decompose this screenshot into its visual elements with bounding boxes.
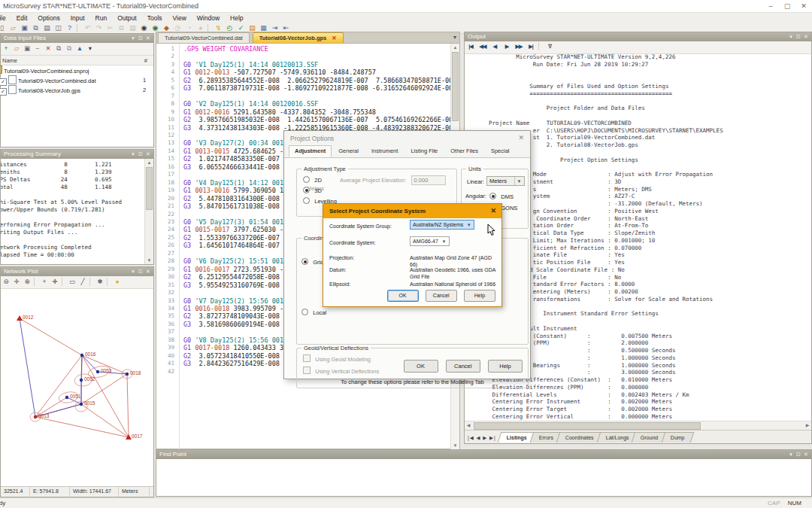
radio-2d[interactable] (303, 176, 310, 183)
more-options-icon[interactable]: ▾ (85, 44, 95, 53)
minimize-button[interactable]: – (762, 0, 779, 12)
dialog-tab-listingfile[interactable]: Listing File (404, 145, 444, 157)
project-row[interactable]: Tutorial09-VectorCombined.snproj (0, 65, 153, 75)
print-icon[interactable]: ▤ (41, 23, 53, 32)
panel-menu-icon[interactable]: ▾ (129, 34, 137, 43)
panel-close-icon[interactable]: ✕ (144, 34, 152, 43)
output-tab-dump[interactable]: Dump (662, 432, 694, 443)
chevron-down-icon[interactable]: ▼ (440, 237, 448, 245)
dialog-tab-instrument[interactable]: Instrument (365, 145, 404, 157)
copy-file-icon[interactable]: ⧉ (64, 44, 74, 53)
radio-3d[interactable] (303, 187, 310, 193)
dialog-close-icon[interactable]: ✕ (518, 134, 524, 141)
chevron-down-icon[interactable]: ▼ (465, 221, 473, 229)
inverse-icon[interactable]: ╱ (77, 277, 88, 286)
network-plot-canvas[interactable]: 001200160053001800520051001500130017 (1, 289, 153, 488)
scrollbar-thumb[interactable] (146, 167, 153, 210)
find-icon[interactable]: ◉ (138, 23, 150, 32)
input-files-column-header[interactable]: Name # (1, 56, 153, 65)
prev-page-icon[interactable]: ◀ (489, 42, 501, 51)
ok-button[interactable]: OK (404, 360, 438, 373)
center-icon[interactable]: + (39, 277, 50, 286)
remove-file-icon[interactable]: − (32, 44, 43, 53)
input-files-header[interactable]: Data Input Files ▾⊡✕ (1, 34, 153, 43)
open-file-icon[interactable]: ▱ (8, 23, 19, 32)
panel-close-icon[interactable]: ✕ (144, 267, 152, 276)
add-file-icon[interactable]: + (1, 44, 11, 53)
quick-view-bulb-icon[interactable]: ● (112, 277, 123, 286)
panel-pin-icon[interactable]: ⊡ (137, 267, 144, 276)
ok-button[interactable]: OK (387, 290, 419, 302)
find-point-icon[interactable]: ✛ (50, 277, 60, 286)
open-file-icon[interactable]: ▱ (11, 44, 22, 53)
radio-grid[interactable] (301, 258, 308, 265)
network-plot-header[interactable]: Network Plot ▾⊡✕ (1, 267, 153, 276)
menu-item-input[interactable]: Input (65, 13, 90, 23)
tab-list-dropdown-icon[interactable]: ▾ (453, 34, 456, 41)
zoom-out-icon[interactable]: ⊖ (1, 277, 11, 286)
geoid-modeling-checkbox[interactable] (303, 354, 311, 362)
zoom-in-icon[interactable]: ⊕ (22, 277, 32, 286)
cancel-button[interactable]: Cancel (446, 360, 480, 373)
radio-levelling[interactable] (303, 197, 310, 204)
dialog-tab-adjustment[interactable]: Adjustment (289, 145, 332, 157)
help-button[interactable]: Help (488, 360, 523, 373)
tab-tutorial09-vectorcombined-dat[interactable]: Tutorial09-VectorCombined.dat (158, 32, 250, 43)
first-page-icon[interactable]: |◀ (465, 42, 477, 51)
dialog-tab-otherfiles[interactable]: Other Files (444, 145, 484, 157)
input-file-row[interactable]: ✓Tutorial09-VectorCombined.dat1 (0, 75, 153, 85)
help-icon[interactable]: ? (64, 23, 75, 32)
menu-item-help[interactable]: Help (225, 13, 248, 23)
menu-item-run[interactable]: Run (90, 13, 113, 23)
print-preview-icon[interactable]: ◫ (53, 23, 64, 32)
delete-file-icon[interactable]: ✕ (43, 44, 53, 53)
scrollbar-thumb[interactable] (452, 52, 459, 121)
scroll-down-icon[interactable]: ▼ (145, 257, 153, 264)
panel-close-icon[interactable]: ✕ (802, 450, 810, 459)
scrollbar-thumb[interactable] (474, 422, 701, 430)
duplicate-file-icon[interactable]: ⧉ (53, 44, 64, 53)
menu-item-view[interactable]: View (168, 13, 192, 23)
edit-file-icon[interactable]: ▣ (22, 44, 32, 53)
menu-item-edit[interactable]: Edit (11, 13, 33, 23)
panel-menu-icon[interactable]: ▾ (129, 150, 137, 159)
panel-close-icon[interactable]: ✕ (802, 32, 810, 41)
dialog-title-bar[interactable]: Select Project Coordinate System ✕ (323, 204, 501, 218)
linear-units-select[interactable]: Meters ▼ (486, 176, 525, 186)
panel-close-icon[interactable]: ✕ (144, 150, 152, 159)
file-checkbox[interactable]: ✓ (0, 88, 7, 96)
menu-item-file[interactable]: File (0, 13, 11, 23)
menu-item-tools[interactable]: Tools (142, 13, 168, 23)
prev-fast-icon[interactable]: ◀◀ (477, 42, 489, 51)
zoom-window-icon[interactable]: ▭ (67, 277, 77, 286)
panel-pin-icon[interactable]: ⊡ (137, 34, 144, 43)
pan-icon[interactable]: ✛ (11, 277, 22, 286)
dialog-title-bar[interactable]: Project Options ✕ (284, 131, 530, 145)
radio-dms[interactable] (489, 193, 496, 199)
panel-menu-icon[interactable]: ▾ (787, 450, 795, 459)
scroll-right-icon[interactable]: ▶ (804, 421, 811, 430)
scroll-left-icon[interactable]: ◀ (465, 421, 472, 430)
help-button[interactable]: Help (464, 290, 495, 302)
menu-item-options[interactable]: Options (32, 13, 65, 23)
scroll-down-icon[interactable]: ▼ (451, 442, 459, 449)
panel-pin-icon[interactable]: ⊡ (137, 150, 144, 159)
save-all-icon[interactable]: ⧉ (30, 23, 41, 32)
output-tab-coordinates[interactable]: Coordinates (556, 432, 603, 443)
radio-local[interactable] (301, 309, 308, 315)
dialog-close-icon[interactable]: ✕ (490, 207, 496, 214)
coordinate-system-group-select[interactable]: Australia/NZ Systems ▼ (410, 220, 474, 230)
output-header[interactable]: Output ▾⊡✕ (465, 32, 811, 41)
input-file-row[interactable]: ✓Tutorial08-VectorJob.gps2 (0, 85, 153, 95)
last-page-icon[interactable]: ▶| (525, 42, 537, 51)
panel-menu-icon[interactable]: ▾ (129, 267, 137, 276)
menu-item-window[interactable]: Window (192, 13, 225, 23)
filter-icon[interactable]: ∇ (544, 42, 556, 51)
move-up-icon[interactable]: ▲ (74, 44, 85, 53)
scroll-up-icon[interactable]: ▲ (145, 159, 153, 166)
save-icon[interactable]: ▣ (19, 23, 30, 32)
menu-item-output[interactable]: Output (112, 13, 142, 23)
scroll-up-icon[interactable]: ▲ (451, 44, 459, 51)
tab-close-icon[interactable]: ✕ (332, 35, 336, 41)
find-point-header[interactable]: Find Point ▾⊡✕ (156, 450, 811, 459)
